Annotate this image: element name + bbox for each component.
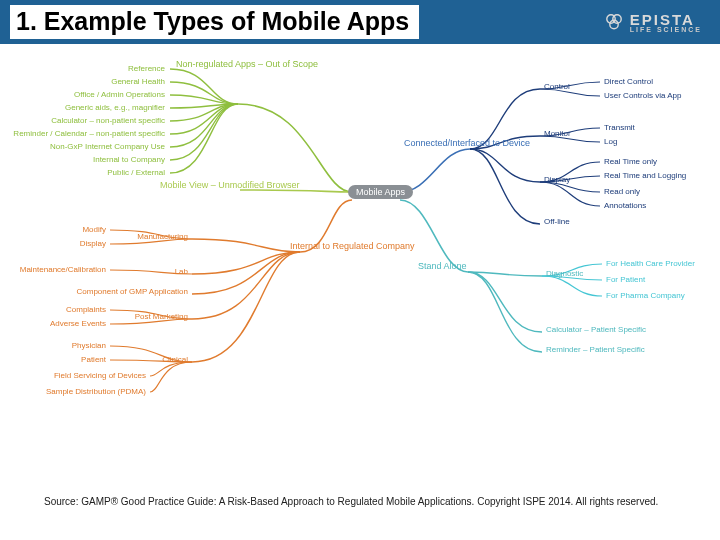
mindmap-diagram: Mobile Apps Non-regulated Apps – Out of … (0, 44, 720, 496)
leaf: Real Time and Logging (604, 172, 686, 180)
leaf: Modify (82, 226, 106, 234)
node-offline: Off-line (544, 218, 570, 226)
leaf: Internal to Company (93, 156, 165, 164)
node-lab: Lab (175, 268, 188, 276)
node-monitor: Monitor (544, 130, 571, 138)
leaf: User Controls via App (604, 92, 681, 100)
leaf: Read only (604, 188, 640, 196)
leaf: Log (604, 138, 617, 146)
node-calc: Calculator – Patient Specific (546, 326, 646, 334)
leaf: Real Time only (604, 158, 657, 166)
node-diagnostic: Diagnostic (546, 270, 583, 278)
leaf: Public / External (107, 169, 165, 177)
leaf: Adverse Events (50, 320, 106, 328)
slide-title: 1. Example Types of Mobile Apps (10, 5, 419, 40)
branch-mobile-view: Mobile View – Unmodified Browser (160, 181, 299, 190)
leaf: Reminder / Calendar – non-patient specif… (13, 130, 165, 138)
brand-icon (604, 12, 624, 32)
brand-logo: EPISTA LIFE SCIENCE (604, 11, 702, 33)
branch-nonregulated: Non-regulated Apps – Out of Scope (176, 60, 318, 69)
node-reminder: Reminder – Patient Specific (546, 346, 645, 354)
leaf: Patient (81, 356, 106, 364)
leaf: Display (80, 240, 106, 248)
leaf: For Pharma Company (606, 292, 685, 300)
leaf: Annotations (604, 202, 646, 210)
leaf: Complaints (66, 306, 106, 314)
leaf: For Patient (606, 276, 645, 284)
leaf: Generic aids, e.g., magnifier (65, 104, 165, 112)
node-component: Component of GMP Application (77, 288, 188, 296)
leaf: Direct Control (604, 78, 653, 86)
leaf: Field Servicing of Devices (54, 372, 146, 380)
node-manufacturing: Manufacturing (137, 233, 188, 241)
node-control: Control (544, 83, 570, 91)
node-display: Display (544, 176, 570, 184)
leaf: Non-GxP Internet Company Use (50, 143, 165, 151)
slide-header: 1. Example Types of Mobile Apps EPISTA L… (0, 0, 720, 44)
leaf: For Health Care Provider (606, 260, 695, 268)
branch-standalone: Stand Alone (418, 262, 467, 271)
leaf: Calculator – non-patient specific (51, 117, 165, 125)
branch-internal: Internal to Regulated Company (290, 242, 415, 251)
source-citation: Source: GAMP® Good Practice Guide: A Ris… (0, 496, 720, 507)
leaf: Physician (72, 342, 106, 350)
brand-subtitle: LIFE SCIENCE (630, 26, 702, 33)
center-node: Mobile Apps (348, 185, 413, 199)
leaf: Transmit (604, 124, 635, 132)
leaf: Maintenance/Calibration (20, 266, 106, 274)
node-clinical: Clinical (162, 356, 188, 364)
leaf: Reference (128, 65, 165, 73)
leaf: Office / Admin Operations (74, 91, 165, 99)
leaf: Sample Distribution (PDMA) (46, 388, 146, 396)
node-postmkt: Post Marketing (135, 313, 188, 321)
branch-connected: Connected/Interfaced to Device (404, 139, 530, 148)
leaf: General Health (111, 78, 165, 86)
